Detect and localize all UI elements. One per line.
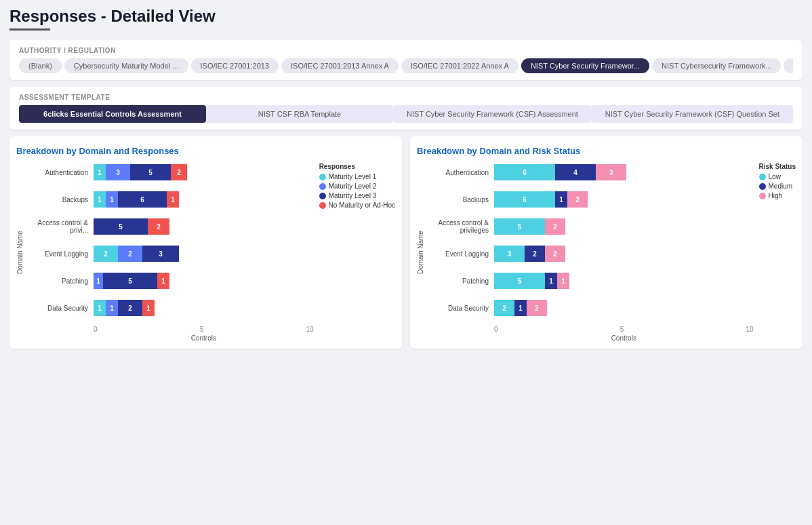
legend-item-high: High: [759, 192, 796, 199]
chart-right-title: Breakdown by Domain and Risk Status: [417, 146, 796, 156]
r-seg-backups-2: 1: [555, 191, 567, 208]
r-seg-datasec-1: 2: [494, 300, 514, 316]
legend-dot-ml3: [319, 193, 326, 199]
r-seg-access-3: 2: [545, 218, 565, 235]
legend-label-adhoc: No Maturity or Ad-Hoc: [329, 201, 395, 209]
seg-backups-2: 1: [106, 191, 118, 208]
legend-dot-medium: [759, 183, 766, 190]
chart-left-legend: Responses Maturity Level 1 Maturity Leve…: [319, 163, 395, 342]
r-seg-event-3: 2: [545, 246, 565, 262]
chart-right-bars: Authentication 6 4 3 Backups: [433, 163, 754, 342]
chart-right-inner: Domain Name Authentication 6 4 3: [417, 163, 796, 342]
r-x-tick-0: 0: [494, 326, 498, 333]
chart-left-y-label: Domain Name: [16, 163, 27, 342]
r-bar-label-patching: Patching: [433, 277, 494, 285]
seg-backups-3: 6: [118, 191, 167, 208]
r-bar-row-event: Event Logging 3 2 2: [433, 244, 754, 263]
r-bar-label-event: Event Logging: [433, 250, 494, 258]
seg-patching-4: 1: [157, 273, 169, 289]
legend-label-ml1: Maturity Level 1: [329, 173, 377, 180]
bar-label-backups: Backups: [33, 196, 94, 203]
bar-label-event: Event Logging: [33, 250, 94, 258]
seg-backups-4: 1: [167, 191, 179, 208]
bar-row-access: Access control & privi... 5 2: [33, 217, 314, 236]
assessment-card: Assessment Template 6clicks Essential Co…: [9, 87, 803, 130]
tab-iso27022a[interactable]: ISO/IEC 27001:2022 Annex A: [401, 58, 519, 73]
seg-event-1: 2: [94, 246, 118, 262]
bar-label-auth: Authentication: [33, 169, 94, 176]
legend-right-title: Risk Status: [759, 163, 796, 170]
r-seg-access-1: 5: [494, 218, 545, 235]
r-bar-row-patching: Patching 5 1 1: [433, 271, 754, 290]
seg-datasec-3: 2: [118, 300, 142, 316]
tab-cmm[interactable]: Cybersecurity Maturity Model ...: [64, 58, 188, 73]
legend-item-ml2: Maturity Level 2: [319, 182, 395, 190]
legend-label-low: Low: [769, 173, 781, 180]
r-bar-segs-event: 3 2 2: [494, 246, 565, 262]
r-seg-backups-1: 6: [494, 191, 555, 208]
r-x-tick-5: 5: [620, 326, 624, 333]
chart-right-x-label: Controls: [433, 334, 754, 342]
assessment-tabs-row: 6clicks Essential Controls Assessment NI…: [19, 105, 793, 123]
template-tab-6clicks[interactable]: 6clicks Essential Controls Assessment: [19, 105, 206, 123]
r-bar-label-datasec: Data Security: [433, 305, 494, 312]
r-seg-patching-3: 1: [557, 273, 569, 289]
bar-row-datasec: Data Security 1 1 2 1: [33, 298, 314, 317]
legend-dot-low: [759, 174, 766, 180]
tab-nist-csf[interactable]: NIST Cyber Security Framewor...: [521, 58, 649, 73]
page-title: Responses - Detailed View: [9, 7, 803, 26]
legend-left-title: Responses: [319, 163, 395, 170]
seg-datasec-4: 1: [142, 300, 155, 316]
r-bar-label-backups: Backups: [433, 196, 494, 203]
x-tick-5: 5: [200, 326, 204, 333]
bar-segs-backups: 1 1 6 1: [94, 191, 179, 208]
seg-datasec-1: 1: [94, 300, 106, 316]
legend-label-medium: Medium: [769, 182, 793, 190]
legend-dot-ml2: [319, 183, 326, 190]
bar-row-backups: Backups 1 1 6 1: [33, 190, 314, 209]
chart-left: Breakdown by Domain and Responses Domain…: [9, 136, 402, 349]
r-seg-auth-1: 6: [494, 164, 555, 180]
chart-left-bars: Authentication 1 3 5 2 Backups: [33, 163, 314, 342]
bar-segs-access: 5 2: [94, 218, 169, 235]
x-tick-10: 10: [306, 326, 314, 333]
seg-patching-2: 1: [94, 273, 103, 289]
template-tab-nist-rba[interactable]: NIST CSF RBA Template: [206, 105, 393, 123]
legend-item-ml1: Maturity Level 1: [319, 173, 395, 180]
seg-auth-2: 3: [106, 164, 130, 180]
r-bar-label-access: Access control & privileges: [433, 219, 494, 234]
r-seg-datasec-3: 2: [527, 300, 547, 316]
bar-row-auth: Authentication 1 3 5 2: [33, 163, 314, 182]
legend-label-ml3: Maturity Level 3: [329, 192, 377, 199]
chart-left-inner: Domain Name Authentication 1 3 5 2: [16, 163, 395, 342]
chart-left-x-label: Controls: [33, 334, 314, 342]
tab-blank[interactable]: (Blank): [19, 58, 62, 73]
r-bar-segs-auth: 6 4 3: [494, 164, 626, 180]
r-bar-row-auth: Authentication 6 4 3: [433, 163, 754, 182]
r-bar-row-backups: Backups 6 1 2: [433, 190, 754, 209]
bar-segs-auth: 1 3 5 2: [94, 164, 187, 180]
chart-right: Breakdown by Domain and Risk Status Doma…: [410, 136, 803, 349]
bar-segs-datasec: 1 1 2 1: [94, 300, 155, 316]
r-bar-segs-patching: 5 1 1: [494, 273, 569, 289]
template-tab-nist-csf-q[interactable]: NIST Cyber Security Framework (CSF) Ques…: [592, 105, 793, 123]
seg-datasec-2: 1: [106, 300, 118, 316]
r-seg-datasec-2: 1: [514, 300, 527, 316]
charts-row: Breakdown by Domain and Responses Domain…: [9, 136, 803, 349]
x-tick-0: 0: [94, 326, 98, 333]
page-container: Responses - Detailed View Authority / Re…: [0, 0, 812, 525]
tab-nist-csf2[interactable]: NIST Cybersecurity Framework...: [652, 58, 781, 73]
tab-soc2[interactable]: SOC2 Trusted Services Criteria: [784, 58, 793, 73]
authority-label: Authority / Regulation: [19, 47, 793, 54]
tab-iso27001[interactable]: ISO/IEC 27001:2013: [191, 58, 279, 73]
tab-iso27001a[interactable]: ISO/IEC 27001:2013 Annex A: [281, 58, 399, 73]
bar-label-datasec: Data Security: [33, 305, 94, 312]
template-tab-nist-csf-assess[interactable]: NIST Cyber Security Framework (CSF) Asse…: [393, 105, 592, 123]
seg-access-3: 5: [94, 218, 148, 235]
authority-card: Authority / Regulation (Blank) Cybersecu…: [9, 40, 803, 80]
legend-dot-ml1: [319, 174, 326, 180]
chart-right-area: Domain Name Authentication 6 4 3: [417, 163, 754, 342]
r-seg-patching-1: 5: [494, 273, 545, 289]
chart-right-y-label: Domain Name: [417, 163, 428, 342]
r-seg-event-1: 3: [494, 246, 525, 262]
